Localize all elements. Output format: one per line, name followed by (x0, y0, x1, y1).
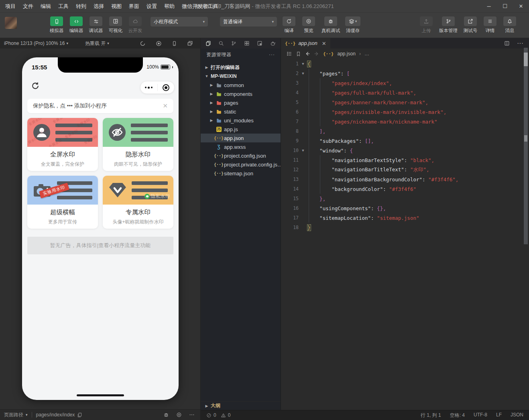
tree-item[interactable]: ▶pages (201, 98, 281, 107)
errors-icon (206, 413, 212, 418)
minimize-button[interactable]: ─ (481, 0, 497, 13)
tree-item[interactable]: {··}app.json (201, 134, 281, 142)
explorer-section-collapsed[interactable]: ▶打开的编辑器 (201, 63, 281, 72)
menubar-item[interactable]: 工具 (55, 0, 72, 13)
device-icon[interactable] (172, 41, 177, 47)
menubar-item[interactable]: 帮助 (161, 0, 178, 13)
watermark-card[interactable]: 实验用水印超级横幅更多用于宣传 (27, 176, 98, 229)
card-title: 专属水印 (103, 208, 173, 217)
menubar-item[interactable]: 视图 (108, 0, 125, 13)
tree-item[interactable]: {··}project.private.config.js… (201, 160, 281, 169)
close-icon[interactable]: ✕ (163, 102, 168, 110)
cloud-dev-button[interactable] (129, 16, 142, 26)
spinner-icon[interactable] (140, 41, 146, 47)
eye-icon[interactable] (176, 412, 182, 418)
line-number: 4 (281, 90, 299, 95)
copy-icon[interactable] (77, 412, 82, 418)
tree-item[interactable]: {··}project.config.json (201, 151, 281, 160)
menubar-item[interactable]: 界面 (125, 0, 143, 13)
simulator-button[interactable] (50, 16, 63, 26)
windows-icon[interactable] (187, 41, 193, 47)
more-actions-icon[interactable]: ··· (269, 52, 275, 57)
source-control-icon[interactable] (231, 41, 236, 46)
menubar-item[interactable]: 项目 (2, 0, 19, 13)
menubar-item[interactable]: 文件 (19, 0, 37, 13)
debugger-button[interactable] (90, 16, 102, 26)
tree-item[interactable]: ▶uni_modules (201, 116, 281, 125)
visualization-button[interactable] (109, 16, 122, 26)
status-item[interactable]: 行 1, 列 1 (421, 412, 441, 419)
close-button[interactable]: ✕ (513, 0, 529, 13)
problems-indicator[interactable]: 0 0 (206, 412, 230, 418)
more-icon[interactable] (189, 412, 195, 418)
menubar-item[interactable]: 编辑 (37, 0, 55, 13)
scrollbar-thumb[interactable] (524, 53, 528, 66)
tab-app-json[interactable]: {··} app.json ✕ (281, 38, 330, 49)
clear-cache-button[interactable]: ▾ (345, 16, 360, 26)
fold-chevron-icon[interactable]: ▼ (299, 62, 307, 66)
tree-item[interactable]: {··}sitemap.json (201, 169, 281, 178)
device-selector[interactable]: iPhone 12/13 (Pro) 100% 16 (4, 41, 65, 46)
device-debug-label: 真机调试 (321, 28, 340, 34)
split-editor-icon[interactable] (504, 41, 510, 46)
watermark-card[interactable]: 隐私水印专属水印头像+昵称就能制作水印 (103, 176, 173, 229)
compile-select-dropdown[interactable]: 普通编译▾ (220, 17, 277, 26)
json-file-icon: {··} (323, 51, 334, 57)
breadcrumb-file[interactable]: app.json (338, 51, 356, 57)
compile-button[interactable] (283, 16, 295, 26)
device-debug-button[interactable] (324, 16, 337, 26)
breadcrumb-more[interactable]: … (364, 51, 369, 57)
code-area[interactable]: 1▼{2▼ "pages": [3 "pages/index/index",4 … (281, 59, 523, 410)
tree-item[interactable]: JSapp.js (201, 125, 281, 134)
back-arrow-icon[interactable] (305, 51, 310, 57)
fold-chevron-icon[interactable]: ▼ (299, 148, 307, 152)
menubar-item[interactable]: 转到 (72, 0, 90, 13)
explorer-section-expanded[interactable]: ▼MP-WEIXIN (201, 72, 281, 81)
tree-item[interactable]: ▶static (201, 107, 281, 116)
fold-chevron-icon[interactable]: ▼ (299, 71, 307, 75)
preview-button[interactable] (302, 16, 315, 26)
test-account-button[interactable] (464, 16, 477, 26)
search-icon[interactable] (218, 41, 224, 46)
card-subtitle: 全文覆盖，完全保护 (27, 161, 98, 168)
tree-item[interactable]: ▶components (201, 89, 281, 98)
maximize-button[interactable]: ☐ (497, 0, 513, 13)
tree-item[interactable]: ▶common (201, 81, 281, 89)
reload-icon[interactable] (31, 81, 40, 90)
outline-list-icon[interactable] (287, 51, 292, 57)
menu-dots-icon[interactable] (140, 87, 157, 89)
bug-icon[interactable] (163, 412, 169, 418)
extensions-icon[interactable] (244, 41, 250, 46)
mode-select-dropdown[interactable]: 小程序模式▾ (151, 17, 208, 26)
watermark-card[interactable]: 全屏水印全屏水印全屏水印全屏水印全屏水印全屏水印全屏水印全屏水印全屏水印全文覆盖… (27, 118, 98, 171)
status-item[interactable]: 空格: 4 (450, 412, 465, 419)
status-item[interactable]: LF (496, 412, 502, 419)
privacy-banner: 保护隐私，点 ••• 添加到小程序 ✕ (27, 99, 173, 113)
version-control-button[interactable] (442, 16, 455, 26)
menubar-item[interactable]: 微信开发者工具 (178, 0, 222, 13)
files-icon[interactable] (205, 41, 211, 46)
messages-button[interactable] (503, 16, 516, 26)
menubar-item[interactable]: 选择 (90, 0, 108, 13)
user-avatar[interactable] (5, 17, 17, 29)
page-path-label[interactable]: 页面路径 (4, 412, 23, 418)
home-circle-icon[interactable] (158, 84, 175, 91)
record-icon[interactable] (156, 41, 162, 47)
hot-reload-toggle[interactable]: 热重载 开 (85, 40, 106, 47)
bookmark-icon[interactable] (296, 51, 301, 57)
outline-section[interactable]: ▶ 大纲 (201, 401, 281, 410)
status-item[interactable]: UTF-8 (474, 412, 487, 419)
tab-close-icon[interactable]: ✕ (322, 41, 326, 47)
watermark-card[interactable]: 隐形水印肉眼不可见，隐形保护 (103, 118, 173, 171)
tree-item[interactable]: Ʒapp.wxss (201, 142, 281, 151)
menubar-item[interactable]: 设置 (143, 0, 161, 13)
teapot-icon[interactable] (270, 41, 276, 46)
forward-arrow-icon[interactable] (314, 51, 319, 57)
details-button[interactable] (484, 16, 496, 26)
upload-button[interactable] (420, 16, 433, 26)
layout-icon[interactable] (257, 41, 262, 46)
editor-button[interactable] (70, 16, 83, 26)
status-item[interactable]: JSON (511, 412, 523, 419)
more-actions-icon[interactable]: ··· (517, 40, 523, 47)
editor-scrollbar[interactable] (524, 48, 528, 244)
